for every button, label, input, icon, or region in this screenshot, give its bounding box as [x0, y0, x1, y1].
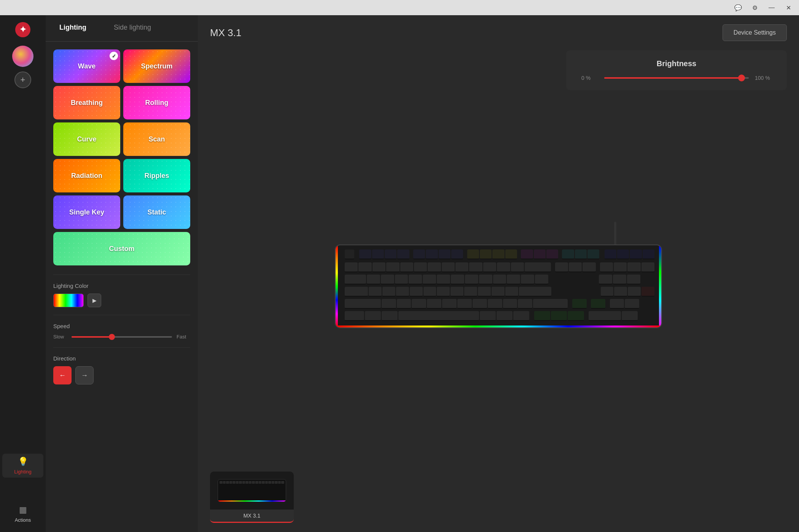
brightness-slider-track[interactable] — [604, 77, 749, 79]
direction-label: Direction — [53, 355, 190, 362]
key-arrow-right2 — [591, 299, 605, 309]
color-swatch-row: ▶ — [53, 294, 190, 307]
color-swatch-arrow-button[interactable]: ▶ — [88, 294, 101, 307]
speed-section: Speed Slow Fast — [46, 317, 198, 343]
key-pgdn — [583, 262, 595, 272]
tab-lighting[interactable]: Lighting — [46, 15, 100, 41]
tile-label-static: Static — [147, 208, 166, 216]
key-v — [427, 299, 441, 309]
key-semicolon — [492, 287, 505, 297]
key-i — [465, 275, 478, 284]
direction-right-button[interactable]: → — [75, 366, 94, 384]
lighting-tile-scan[interactable]: Scan — [123, 122, 190, 156]
titlebar: 💬 ⚙ — ✕ — [0, 0, 799, 15]
key-f7 — [439, 249, 450, 259]
key-arrow-right — [568, 311, 584, 321]
app-logo: ✦ — [14, 21, 31, 38]
key-num-dot — [625, 299, 639, 309]
lighting-tile-ripples[interactable]: Ripples — [123, 159, 190, 192]
divider-3 — [53, 347, 190, 348]
profile-avatar[interactable] — [12, 46, 33, 67]
lighting-tile-wave[interactable]: Wave ✓ — [53, 49, 120, 83]
brightness-slider-row: 0 % 100 % — [581, 75, 772, 81]
key-y — [437, 275, 450, 284]
device-settings-button[interactable]: Device Settings — [723, 24, 787, 41]
lighting-tile-curve[interactable]: Curve — [53, 122, 120, 156]
key-r — [409, 275, 422, 284]
speed-slider-thumb[interactable] — [109, 334, 115, 340]
key-ralt — [480, 311, 496, 321]
key-a — [369, 287, 382, 297]
lighting-tile-radiation[interactable]: Radiation — [53, 159, 120, 192]
minimize-button[interactable]: — — [767, 3, 776, 12]
key-row-bottom — [343, 310, 656, 322]
app-container: ✦ + 💡 Lighting ▦ Actions Lighting Side l… — [0, 15, 799, 532]
key-num-lock — [605, 249, 616, 259]
key-period — [503, 299, 517, 309]
tile-label-curve: Curve — [77, 135, 96, 143]
tile-label-scan: Scan — [148, 135, 165, 143]
key-1 — [358, 262, 371, 272]
key-num3 — [628, 287, 641, 297]
key-tab — [345, 275, 366, 284]
lighting-color-section: Lighting Color ▶ — [46, 276, 198, 310]
direction-left-button[interactable]: ← — [53, 366, 72, 384]
lighting-tile-static[interactable]: Static — [123, 195, 190, 229]
speed-slider-track[interactable] — [72, 336, 172, 338]
lighting-tile-rolling[interactable]: Rolling — [123, 86, 190, 119]
add-profile-button[interactable]: + — [14, 71, 31, 88]
keyboard-area — [210, 101, 787, 472]
key-num1 — [601, 287, 614, 297]
chat-icon[interactable]: 💬 — [734, 3, 743, 12]
lighting-tile-custom[interactable]: Custom — [53, 232, 190, 265]
key-arrow-down — [551, 311, 567, 321]
brightness-max-label: 100 % — [755, 75, 772, 81]
key-3 — [386, 262, 399, 272]
close-button[interactable]: ✕ — [784, 3, 793, 12]
device-card-name: MX 3.1 — [210, 510, 294, 522]
tab-bar: Lighting Side lighting — [46, 15, 198, 42]
key-u — [451, 275, 464, 284]
sidebar-item-actions[interactable]: ▦ Actions — [2, 502, 43, 526]
lighting-tile-singlekey[interactable]: Single Key — [53, 195, 120, 229]
speed-slow-label: Slow — [53, 334, 67, 340]
page-title: MX 3.1 — [210, 27, 241, 39]
settings-icon[interactable]: ⚙ — [750, 3, 759, 12]
key-num-mul — [630, 249, 641, 259]
direction-section: Direction ← → — [46, 349, 198, 387]
key-num5 — [613, 275, 626, 284]
lighting-color-label: Lighting Color — [53, 283, 190, 289]
key-f — [410, 287, 423, 297]
key-pgup — [587, 249, 599, 259]
key-j — [450, 287, 463, 297]
brightness-slider-thumb[interactable] — [738, 75, 745, 81]
speed-label: Speed — [53, 323, 190, 329]
key-lwin — [365, 311, 381, 321]
key-f6 — [426, 249, 438, 259]
actions-icon: ▦ — [19, 505, 27, 515]
lighting-tile-spectrum[interactable]: Spectrum — [123, 49, 190, 83]
key-l — [478, 287, 491, 297]
key-t — [423, 275, 436, 284]
mini-keys — [218, 480, 286, 485]
key-rshift — [533, 299, 568, 309]
key-num0 — [610, 299, 624, 309]
key-h — [437, 287, 450, 297]
tab-side-lighting[interactable]: Side lighting — [100, 15, 165, 41]
key-num8 — [614, 262, 627, 272]
key-ins — [562, 249, 574, 259]
device-card-image — [210, 472, 294, 510]
key-f2 — [372, 249, 384, 259]
key-comma — [488, 299, 502, 309]
key-rctrl — [513, 311, 529, 321]
sidebar-item-lighting[interactable]: 💡 Lighting — [2, 454, 43, 478]
key-n — [457, 299, 472, 309]
key-g — [423, 287, 436, 297]
color-swatch[interactable] — [53, 294, 84, 307]
key-m — [473, 299, 487, 309]
brightness-title: Brightness — [581, 59, 772, 68]
lighting-tile-breathing[interactable]: Breathing — [53, 86, 120, 119]
key-6 — [428, 262, 441, 272]
device-card-mx31[interactable]: MX 3.1 — [210, 472, 294, 523]
key-p — [493, 275, 506, 284]
